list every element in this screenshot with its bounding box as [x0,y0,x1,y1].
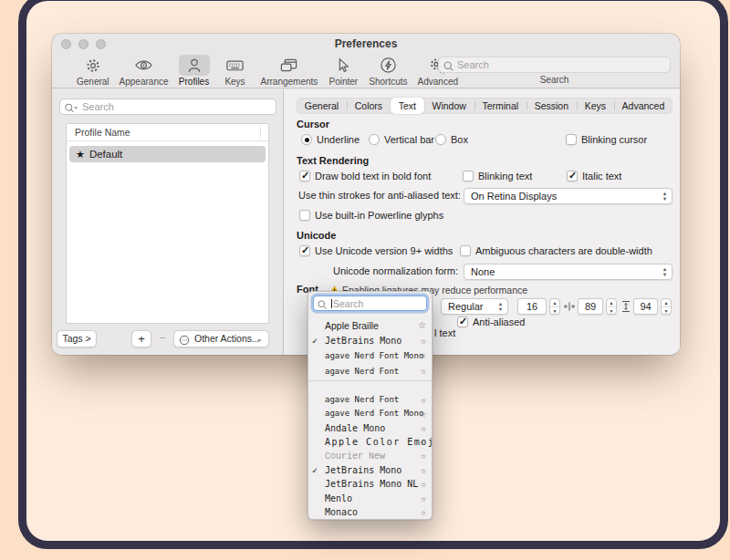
profile-row-default[interactable]: ★Default [69,146,266,162]
star-icon[interactable]: ☆ [421,450,426,463]
checkbox[interactable] [460,245,471,256]
horizontal-spacing-field[interactable]: 89 [578,298,603,315]
toolbar-search-caption: Search [438,75,671,85]
radio-dot[interactable] [435,134,446,145]
toolbar-search-input[interactable] [457,57,666,72]
toolbar-search-field[interactable] [438,57,671,73]
cursor-icon [328,55,359,76]
star-icon[interactable]: ☆ [421,492,426,505]
profile-search-input[interactable] [82,99,272,114]
font-list-item[interactable]: ✓ JetBrains Mono ☆ [308,463,432,477]
font-picker-popup: Apple Braille ☆ ✓ JetBrains Mono ☆ agave… [308,291,433,520]
font-list-item[interactable]: agave Nerd Font ☆ [308,364,432,379]
star-icon[interactable]: ☆ [418,318,426,334]
toolbar-search: Search [438,57,671,85]
all-fonts-group: agave Nerd Font ☆ agave Nerd Font Mono ☆… [308,393,432,519]
check-icon: ✓ [312,334,318,349]
tab-terminal[interactable]: Terminal [474,98,527,114]
normalization-select[interactable]: None [464,264,673,280]
checkbox-ambiguous-width[interactable]: Ambiguous characters are double-width [460,244,652,257]
toolbar-item-profiles[interactable]: Profiles [176,54,213,88]
checkbox-blinking-cursor[interactable]: Blinking cursor [566,133,647,146]
profile-list-header[interactable]: Profile Name [67,124,268,141]
font-list-item[interactable]: Apple Braille ☆ [308,318,432,334]
font-list-item[interactable]: agave Nerd Font Mono ☆ [308,407,432,420]
font-list-item[interactable]: ✓ JetBrains Mono ☆ [308,334,432,349]
font-search-field[interactable] [313,296,427,311]
checkbox-bold-text[interactable]: Draw bold text in bold font [299,170,431,182]
horizontal-spacing-stepper[interactable] [606,298,617,315]
checkbox-unicode-v9[interactable]: Use Unicode version 9+ widths [299,244,453,257]
thin-strokes-label: Use thin strokes for anti-aliased text: [298,190,461,201]
profile-list: Profile Name ★Default [66,123,269,324]
star-icon[interactable]: ☆ [421,348,426,364]
tab-text[interactable]: Text [391,98,424,114]
radio-dot[interactable] [369,134,380,145]
eye-icon [129,55,160,76]
star-icon[interactable]: ☆ [419,435,426,449]
radio-underline[interactable]: Underline [301,133,360,146]
remove-profile-button[interactable]: − [152,330,172,347]
tags-button[interactable]: Tags > [57,330,97,347]
checkbox[interactable] [566,134,577,145]
font-search-input[interactable] [333,296,424,310]
font-list-item[interactable]: Andale Mono ☆ [308,421,432,435]
recent-fonts-group: Apple Braille ☆ ✓ JetBrains Mono ☆ agave… [308,318,432,379]
thin-strokes-select[interactable]: On Retina Displays [464,188,673,204]
tab-window[interactable]: Window [424,98,474,114]
tab-colors[interactable]: Colors [347,98,391,114]
tab-general[interactable]: General [297,98,347,114]
add-profile-button[interactable]: + [131,330,151,347]
star-icon[interactable]: ☆ [421,463,426,477]
toolbar-item-shortcuts[interactable]: Shortcuts [366,54,410,88]
font-list: Apple Braille ☆ ✓ JetBrains Mono ☆ agave… [308,316,432,519]
toolbar: General Appearance Profiles [52,54,680,88]
vertical-spacing-icon [620,300,632,313]
toolbar-item-general[interactable]: General [74,54,112,88]
checkbox[interactable] [299,171,310,181]
font-list-item[interactable]: Menlo ☆ [308,492,432,505]
radio-dot[interactable] [301,134,312,145]
toolbar-item-keys[interactable]: Keys [217,54,254,88]
font-list-item[interactable]: Monaco ☆ [308,505,432,519]
font-list-item[interactable]: JetBrains Mono NL ☆ [308,477,432,491]
other-actions-button[interactable]: Other Actions... ⌄ [173,330,269,347]
checkbox[interactable] [463,171,474,181]
font-list-item[interactable]: Apple Color Emoji ☆ [308,435,432,449]
star-icon[interactable]: ☆ [421,421,426,435]
font-list-item[interactable]: agave Nerd Font ☆ [308,393,432,407]
text-caret [331,299,332,308]
checkbox[interactable] [299,245,310,256]
profile-search-field[interactable] [59,99,276,115]
star-icon[interactable]: ☆ [421,334,426,349]
tab-keys[interactable]: Keys [577,98,614,114]
checkbox[interactable] [299,210,310,221]
font-style-select[interactable]: Regular [441,298,508,315]
font-list-item[interactable]: Courier New ☆ [308,450,432,463]
font-list-item[interactable]: agave Nerd Font Mono ☆ [308,348,432,364]
star-icon[interactable]: ☆ [421,407,426,420]
font-size-stepper[interactable] [549,298,560,315]
toolbar-item-appearance[interactable]: Appearance [117,54,172,88]
tab-advanced[interactable]: Advanced [614,98,673,114]
checkbox[interactable] [567,171,578,181]
font-size-field[interactable]: 16 [517,298,547,315]
checkbox-antialiased[interactable]: Anti-aliased [457,316,525,328]
checkbox-powerline-glyphs[interactable]: Use built-in Powerline glyphs [299,209,443,222]
star-icon[interactable]: ☆ [421,364,426,379]
toolbar-item-pointer[interactable]: Pointer [325,54,361,88]
checkbox-blinking-text[interactable]: Blinking text [463,170,532,182]
checkbox-italic-text[interactable]: Italic text [567,170,621,182]
star-icon[interactable]: ☆ [421,393,426,407]
vertical-spacing-stepper[interactable] [661,298,672,315]
radio-vertical-bar[interactable]: Vertical bar [369,133,434,146]
checkbox[interactable] [457,316,468,327]
radio-box[interactable]: Box [435,133,468,146]
tab-session[interactable]: Session [527,98,577,114]
titlebar: Preferences [52,34,680,54]
obscured-text-fragment: l text [434,327,455,338]
star-icon[interactable]: ☆ [421,477,426,491]
vertical-spacing-field[interactable]: 94 [633,298,658,315]
toolbar-item-arrangements[interactable]: Arrangements [258,54,321,88]
star-icon[interactable]: ☆ [421,505,426,519]
